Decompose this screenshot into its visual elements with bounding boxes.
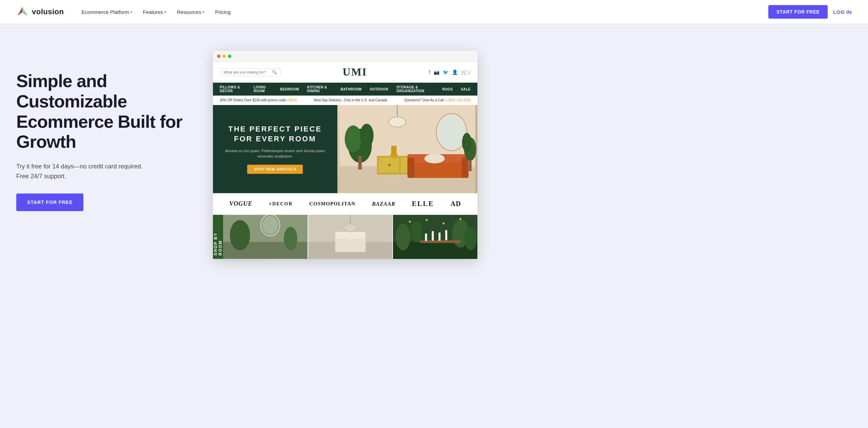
- svg-point-9: [344, 125, 361, 152]
- room-illustration: [337, 105, 477, 193]
- banner-right-image: [337, 105, 477, 193]
- cosmopolitan-logo: COSMOPOLITAN: [309, 201, 355, 207]
- svg-rect-51: [425, 233, 427, 241]
- banner-title: THE PERFECT PIECE FOR EVERY ROOM: [228, 124, 322, 144]
- store-nav-rugs[interactable]: RUGS: [442, 87, 453, 91]
- shop-by-room-images: [223, 215, 477, 259]
- store-nav-storage[interactable]: STORAGE & ORGANIZATION: [396, 85, 434, 93]
- svg-marker-2: [19, 7, 22, 13]
- login-button[interactable]: LOG IN: [833, 9, 852, 15]
- start-for-free-button[interactable]: START FOR FREE: [768, 5, 828, 19]
- store-nav-bathroom[interactable]: BATHROOM: [340, 87, 361, 91]
- svg-point-47: [411, 221, 423, 243]
- svg-point-25: [424, 154, 445, 163]
- svg-point-46: [396, 223, 411, 250]
- svg-point-10: [360, 124, 373, 147]
- svg-point-34: [284, 227, 297, 250]
- volusion-logo-icon: [16, 6, 28, 18]
- store-search-input[interactable]: [223, 70, 270, 74]
- svg-point-43: [343, 224, 357, 232]
- cart-icon: 🛒12: [461, 69, 471, 75]
- promo-link-1[interactable]: UMI20: [287, 98, 297, 102]
- svg-rect-41: [335, 232, 366, 239]
- store-logo: UMI: [343, 66, 367, 78]
- svg-point-55: [409, 221, 411, 223]
- svg-rect-52: [432, 231, 434, 241]
- nav-item-features[interactable]: Features ▾: [139, 6, 170, 18]
- svg-point-33: [230, 220, 250, 250]
- room-image-3[interactable]: [393, 215, 477, 259]
- banner-subtitle: Aenean eu leo quam. Pellentesque ornare …: [223, 148, 327, 159]
- store-nav-living[interactable]: LIVING ROOM: [254, 85, 272, 93]
- hero-left: Simple and Customizable Ecommerce Built …: [16, 44, 193, 211]
- room-image-2[interactable]: [308, 215, 393, 259]
- ad-logo: AD: [451, 200, 461, 208]
- logo-text: volusion: [32, 7, 64, 16]
- svg-point-57: [443, 222, 445, 224]
- hero-start-for-free-button[interactable]: START FOR FREE: [16, 193, 83, 211]
- promo-item-2: Next Day Delivery - Only in the U.S. and…: [314, 98, 387, 102]
- nav-item-resources[interactable]: Resources ▾: [173, 6, 209, 18]
- store-promo-bar: 20% Off Orders Over $100 with promo code…: [213, 96, 477, 105]
- browser-maximize-dot: [228, 55, 231, 58]
- browser-close-dot: [217, 55, 220, 58]
- store-nav-sale[interactable]: SALE: [461, 87, 471, 91]
- store-nav-kitchen[interactable]: KITCHEN & DINING: [307, 85, 333, 93]
- promo-phone-link[interactable]: 1 (800) 123-4568: [445, 98, 471, 102]
- svg-point-15: [388, 164, 391, 166]
- chevron-down-icon: ▾: [202, 10, 204, 14]
- browser-mockup: 🔍 UMI f 📷 🐦 👤 🛒12 PILLOWS & DECOR LIVING…: [213, 51, 477, 259]
- store-header-icons: f 📷 🐦 👤 🛒12: [429, 69, 471, 75]
- nav-item-ecommerce[interactable]: Ecommerce Platform ▾: [77, 6, 136, 18]
- navbar: volusion Ecommerce Platform ▾ Features ▾…: [0, 0, 868, 24]
- store-nav-outdoor[interactable]: OUTDOOR: [370, 87, 389, 91]
- navbar-right: START FOR FREE LOG IN: [768, 5, 852, 19]
- hero-section: Simple and Customizable Ecommerce Built …: [0, 24, 868, 428]
- banner-left: THE PERFECT PIECE FOR EVERY ROOM Aenean …: [213, 105, 337, 193]
- svg-point-29: [462, 133, 471, 152]
- shop-by-room-label: SHOP BY ROOM: [213, 215, 223, 259]
- svg-rect-24: [461, 158, 468, 178]
- svg-rect-53: [439, 232, 441, 241]
- hero-right: 🔍 UMI f 📷 🐦 👤 🛒12 PILLOWS & DECOR LIVING…: [213, 44, 852, 259]
- svg-point-56: [426, 219, 428, 221]
- store-magazine-logos: VOGUE ≡DECOR COSMOPOLITAN BAZAAR ELLE AD: [213, 193, 477, 215]
- banner-shop-button[interactable]: SHOP NEW ARRIVALS: [247, 165, 303, 174]
- facebook-icon: f: [429, 69, 430, 75]
- elle-logo: ELLE: [412, 200, 434, 208]
- decor-logo: ≡DECOR: [269, 201, 293, 207]
- navbar-left: volusion Ecommerce Platform ▾ Features ▾…: [16, 6, 235, 18]
- store-nav-bedroom[interactable]: BEDROOM: [280, 87, 299, 91]
- cart-count: 12: [467, 71, 471, 75]
- chevron-down-icon: ▾: [164, 10, 166, 14]
- store-top-bar: 🔍 UMI f 📷 🐦 👤 🛒12: [213, 62, 477, 83]
- hero-subtitle: Try it free for 14 days—no credit card r…: [16, 162, 193, 181]
- logo[interactable]: volusion: [16, 6, 64, 18]
- store-navigation: PILLOWS & DECOR LIVING ROOM BEDROOM KITC…: [213, 83, 477, 96]
- store-nav-pillows[interactable]: PILLOWS & DECOR: [220, 85, 245, 93]
- store-content: 🔍 UMI f 📷 🐦 👤 🛒12 PILLOWS & DECOR LIVING…: [213, 62, 477, 259]
- store-hero-banner: THE PERFECT PIECE FOR EVERY ROOM Aenean …: [213, 105, 477, 193]
- svg-rect-54: [446, 230, 448, 240]
- nav-links: Ecommerce Platform ▾ Features ▾ Resource…: [77, 6, 235, 18]
- browser-minimize-dot: [222, 55, 226, 58]
- vogue-logo: VOGUE: [229, 200, 252, 207]
- shop-by-room-section: SHOP BY ROOM: [213, 215, 477, 259]
- account-icon: 👤: [452, 69, 458, 75]
- store-search-box[interactable]: 🔍: [220, 68, 281, 76]
- promo-item-1: 20% Off Orders Over $100 with promo code…: [220, 98, 297, 102]
- search-icon: 🔍: [272, 70, 277, 75]
- svg-point-49: [465, 227, 477, 250]
- browser-bar: [213, 51, 477, 62]
- svg-point-27: [389, 117, 406, 127]
- twitter-icon: 🐦: [443, 69, 449, 75]
- hero-title: Simple and Customizable Ecommerce Built …: [16, 71, 193, 152]
- chevron-down-icon: ▾: [131, 10, 132, 14]
- room-image-1[interactable]: [223, 215, 308, 259]
- svg-rect-30: [469, 161, 471, 171]
- svg-point-58: [459, 218, 461, 220]
- svg-rect-18: [391, 146, 396, 157]
- svg-rect-23: [407, 158, 414, 178]
- instagram-icon: 📷: [434, 69, 439, 75]
- nav-item-pricing[interactable]: Pricing: [211, 6, 235, 18]
